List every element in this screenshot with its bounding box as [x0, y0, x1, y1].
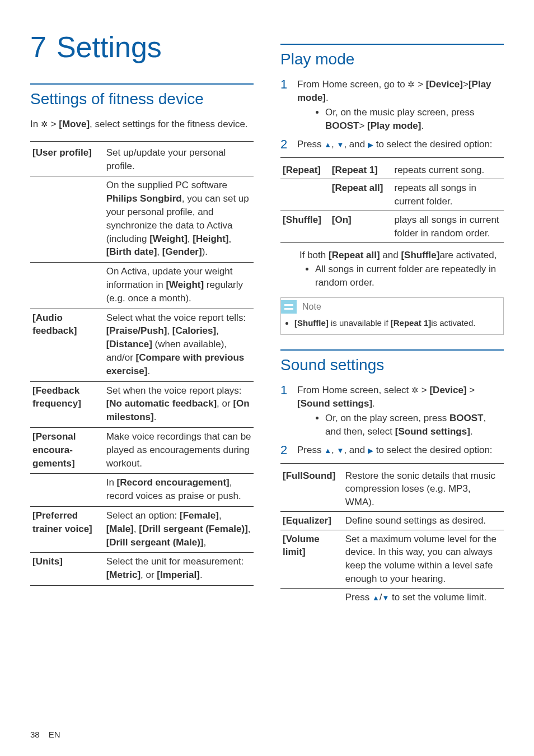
up-icon: ▲	[324, 141, 331, 149]
fitness-intro: In ✲ > [Move], select settings for the f…	[30, 118, 254, 131]
section-fitness-heading: Settings of fitness device	[30, 88, 254, 110]
row-key: [Feedback frequency]	[32, 385, 81, 409]
cell: [On]	[330, 211, 392, 242]
section-rule	[280, 349, 504, 351]
cell: plays all songs in current folder in ran…	[392, 211, 504, 242]
row-key: [Units]	[32, 556, 63, 567]
chapter-title: Settings	[57, 31, 162, 63]
down-icon: ▼	[337, 141, 344, 149]
sub-step: Or, on the play screen, press BOOST, and…	[325, 412, 504, 438]
cell: Restore the sonic details that music com…	[343, 467, 504, 512]
cell: [FullSound]	[280, 467, 343, 512]
row-desc: Select an option: [Female], [Male], [Dri…	[104, 506, 254, 552]
right-icon: ▶	[368, 446, 373, 455]
divider	[280, 157, 504, 158]
up-icon: ▲	[324, 446, 331, 455]
note-label: Note	[302, 301, 321, 313]
step-body: Press ▲, ▼, and ▶ to select the desired …	[297, 138, 504, 151]
svg-rect-1	[284, 308, 293, 310]
gear-icon: ✲	[41, 119, 48, 129]
gear-icon: ✲	[407, 80, 415, 89]
svg-rect-0	[284, 304, 293, 306]
chapter-number: 7	[30, 31, 46, 63]
row-desc: Set when the voice report plays: [No aut…	[104, 381, 254, 427]
note-box: Note [Shuffle] is unavailable if [Repeat…	[280, 297, 504, 335]
section-rule	[30, 83, 254, 85]
row-key: [User profile]	[32, 147, 92, 158]
divider	[280, 463, 504, 464]
step-body: Press ▲, ▼, and ▶ to select the desired …	[297, 444, 504, 457]
step-body: From Home screen, go to ✲ > [Device]>[Pl…	[297, 78, 504, 136]
cell: [Shuffle]	[280, 211, 330, 242]
note-item: [Shuffle] is unavailable if [Repeat 1]is…	[294, 317, 498, 329]
sound-steps: 1 From Home screen, select ✲ > [Device] …	[280, 384, 504, 457]
row-key: [Audio feedback]	[32, 312, 77, 337]
row-key: [Preferred trainer voice]	[32, 510, 92, 534]
row-desc: On the supplied PC software Philips Song…	[104, 176, 254, 263]
divider	[30, 585, 254, 586]
playmode-table: [Repeat] [Repeat 1] repeats current song…	[280, 161, 504, 242]
row-key: [Personal encoura-gements]	[32, 431, 76, 469]
cell: [Repeat all]	[330, 179, 392, 211]
cell: [Repeat]	[280, 161, 330, 179]
row-desc: In [Record encouragement], record voices…	[104, 474, 254, 507]
section-rule	[280, 44, 504, 45]
down-icon: ▼	[382, 594, 390, 602]
cell: repeats all songs in current folder.	[392, 179, 504, 211]
down-icon: ▼	[337, 446, 344, 455]
cell: [Repeat 1]	[330, 161, 392, 179]
playmode-steps: 1 From Home screen, go to ✲ > [Device]>[…	[280, 78, 504, 151]
section-playmode-heading: Play mode	[280, 48, 504, 70]
step-number: 2	[280, 444, 289, 457]
sub-step: Or, on the music play screen, press BOOS…	[325, 106, 504, 133]
playmode-note-text: If both [Repeat all] and [Shuffle]are ac…	[299, 249, 504, 290]
divider	[30, 141, 254, 142]
row-desc: Select what the voice report tells: [Pra…	[104, 309, 254, 381]
step-number: 1	[280, 384, 289, 441]
row-desc: On Activa, update your weight informatio…	[104, 263, 254, 309]
chapter-heading: 7Settings	[30, 27, 254, 68]
cell: Define sound settings as desired.	[343, 511, 504, 530]
row-desc: Make voice recordings that can be played…	[104, 427, 254, 473]
step-body: From Home screen, select ✲ > [Device] > …	[297, 384, 504, 441]
right-icon: ▶	[368, 141, 373, 149]
step-number: 2	[280, 138, 289, 151]
row-desc: Select the unit for measurement: [Metric…	[104, 553, 254, 585]
step-number: 1	[280, 78, 289, 136]
note-icon	[281, 300, 297, 314]
sound-table: [FullSound] Restore the sonic details th…	[280, 467, 504, 606]
cell: [Equalizer]	[280, 511, 343, 530]
fitness-settings-table: [User profile] Set up/update your person…	[30, 144, 254, 585]
cell: [Volume limit]	[280, 530, 343, 588]
cell: repeats current song.	[392, 161, 504, 179]
sub-step: All songs in current folder are repeated…	[315, 263, 504, 290]
up-icon: ▲	[372, 594, 380, 602]
cell: Set a maximum volume level for the devic…	[343, 530, 504, 588]
divider	[280, 242, 504, 243]
cell: Press ▲/▼ to set the volume limit.	[343, 588, 504, 606]
section-sound-heading: Sound settings	[280, 354, 504, 376]
gear-icon: ✲	[411, 385, 419, 395]
row-desc: Set up/update your personal profile.	[104, 144, 254, 176]
